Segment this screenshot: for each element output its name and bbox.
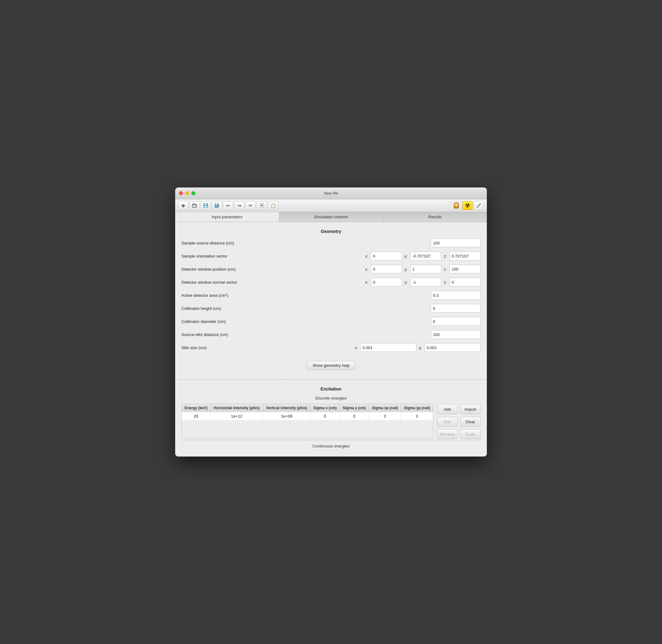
svg-rect-9	[455, 203, 458, 206]
bookmark-icon[interactable]	[451, 201, 461, 210]
label-active-detector-area: Active detector area (cm2)	[181, 293, 253, 298]
input-slits-x[interactable]	[360, 343, 416, 352]
field-slits-size: Slits size (cm) x: y:	[181, 341, 481, 354]
field-sample-orientation: Sample orientation vector x: y: z:	[181, 249, 481, 262]
redo-icon[interactable]: ↪	[235, 201, 244, 210]
main-window: New file ⊕ ↩ ↪ ✂ 📋 ☢	[175, 187, 487, 457]
tab-input-parameters[interactable]: Input parameters	[175, 212, 279, 222]
x-label-orientation: x:	[365, 254, 369, 258]
tabs-bar: Input parameters Simulation controls Res…	[175, 212, 487, 222]
svg-rect-4	[204, 206, 207, 207]
geometry-section: Geometry Sample-source distance (cm) Sam…	[175, 222, 487, 380]
input-source-slits-distance[interactable]	[431, 330, 481, 339]
inputs-source-slits-distance	[431, 330, 481, 339]
table-row[interactable]: 281e+121e+090000	[182, 412, 433, 420]
toolbar-left: ⊕ ↩ ↪ ✂ 📋	[178, 201, 278, 210]
discrete-energies-table: Energy (keV) Horizontal intensity (ph/s)…	[182, 404, 433, 420]
tab-simulation-controls[interactable]: Simulation controls	[279, 212, 383, 222]
toolbar-right: ☢	[451, 201, 484, 210]
col-energy: Energy (keV)	[182, 404, 211, 412]
minimize-button[interactable]	[185, 191, 189, 195]
input-orientation-z[interactable]	[449, 252, 481, 260]
excitation-section: Excitation Discrete energies Energy (keV…	[175, 380, 487, 457]
y-label-slits: y:	[419, 345, 422, 350]
undo-icon[interactable]: ↩	[223, 201, 233, 210]
input-collimator-height[interactable]	[431, 304, 481, 313]
col-v-intensity: Vertical intensity (ph/s)	[263, 404, 310, 412]
edit-button[interactable]: Edit	[437, 417, 458, 427]
input-det-normal-z[interactable]	[449, 278, 481, 286]
input-det-normal-x[interactable]	[371, 278, 402, 286]
input-slits-y[interactable]	[424, 343, 481, 352]
label-sample-orientation: Sample orientation vector	[181, 254, 253, 258]
scale-button[interactable]: Scale	[460, 429, 481, 439]
inputs-sample-orientation: x: y: z:	[365, 252, 481, 260]
col-sigma-x: Sigma x (cm)	[310, 404, 340, 412]
input-orientation-x[interactable]	[371, 252, 402, 260]
inputs-collimator-diameter	[431, 317, 481, 326]
fullscreen-button[interactable]	[191, 191, 195, 195]
traffic-lights	[179, 191, 195, 195]
y-label-det-pos: y:	[404, 267, 408, 272]
z-label-orientation: z:	[444, 254, 447, 258]
close-button[interactable]	[179, 191, 183, 195]
paste-icon[interactable]: 📋	[268, 201, 278, 210]
clear-button[interactable]: Clear	[460, 417, 481, 427]
input-det-normal-y[interactable]	[410, 278, 441, 286]
input-det-pos-z[interactable]	[449, 265, 481, 273]
add-button[interactable]: Add	[437, 404, 458, 414]
input-collimator-diameter[interactable]	[431, 317, 481, 326]
continuous-energies-label: Continuous energies	[312, 444, 349, 448]
new-file-icon[interactable]: ⊕	[178, 201, 188, 210]
inputs-detector-window-position: x: y: z:	[365, 265, 481, 273]
btn-row-add-import: Add Import	[437, 404, 481, 414]
field-sample-source-distance: Sample-source distance (cm)	[181, 236, 481, 249]
radiation-icon[interactable]: ☢	[463, 201, 472, 210]
input-det-pos-x[interactable]	[371, 265, 402, 273]
label-slits-size: Slits size (cm)	[181, 345, 253, 350]
input-active-detector-area[interactable]	[431, 291, 481, 300]
label-collimator-height: Collimator height (cm)	[181, 306, 253, 311]
tools-icon[interactable]	[474, 201, 484, 210]
svg-rect-1	[193, 203, 195, 204]
input-sample-source-distance[interactable]	[431, 238, 481, 247]
input-det-pos-y[interactable]	[410, 265, 441, 273]
btn-row-edit-clear: Edit Clear	[437, 417, 481, 427]
save-icon[interactable]	[201, 201, 211, 210]
main-content: Geometry Sample-source distance (cm) Sam…	[175, 222, 487, 457]
cut-icon[interactable]: ✂	[246, 201, 256, 210]
y-label-det-normal: y:	[404, 280, 408, 285]
label-detector-window-position: Detector window position (cm)	[181, 267, 253, 272]
geometry-title: Geometry	[181, 225, 481, 236]
label-source-slits-distance: Source-slits distance (cm)	[181, 332, 253, 337]
inputs-slits-size: x: y:	[355, 343, 481, 352]
input-orientation-y[interactable]	[410, 252, 441, 260]
svg-point-10	[456, 206, 457, 207]
open-icon[interactable]	[190, 201, 199, 210]
field-detector-window-normal: Detector window normal vector x: y: z:	[181, 276, 481, 289]
save-as-icon[interactable]	[212, 201, 222, 210]
col-sigma-y: Sigma y (cm)	[340, 404, 369, 412]
btn-row-remove-scale: Remove Scale	[437, 429, 481, 439]
discrete-energies-title: Discrete energies	[181, 394, 481, 402]
x-label-det-pos: x:	[365, 267, 369, 272]
z-label-det-pos: z:	[444, 267, 447, 272]
import-button[interactable]: Import	[460, 404, 481, 414]
discrete-energies-table-container: Energy (keV) Horizontal intensity (ph/s)…	[181, 404, 433, 439]
show-geometry-help-button[interactable]: Show geometry help	[307, 361, 356, 370]
inputs-collimator-height	[431, 304, 481, 313]
tab-results[interactable]: Results	[383, 212, 487, 222]
inputs-sample-source-distance	[431, 238, 481, 247]
x-label-slits: x:	[355, 345, 358, 350]
export-icon[interactable]	[257, 201, 267, 210]
continuous-energies-section: Continuous energies	[181, 440, 481, 450]
remove-button[interactable]: Remove	[437, 429, 458, 439]
toolbar: ⊕ ↩ ↪ ✂ 📋 ☢	[175, 199, 487, 212]
field-collimator-height: Collimator height (cm)	[181, 302, 481, 315]
field-active-detector-area: Active detector area (cm2)	[181, 289, 481, 302]
col-h-intensity: Horizontal intensity (ph/s)	[211, 404, 263, 412]
field-detector-window-position: Detector window position (cm) x: y: z:	[181, 262, 481, 276]
excitation-title: Excitation	[181, 383, 481, 394]
svg-rect-3	[204, 203, 206, 205]
title-bar: New file	[175, 187, 487, 199]
